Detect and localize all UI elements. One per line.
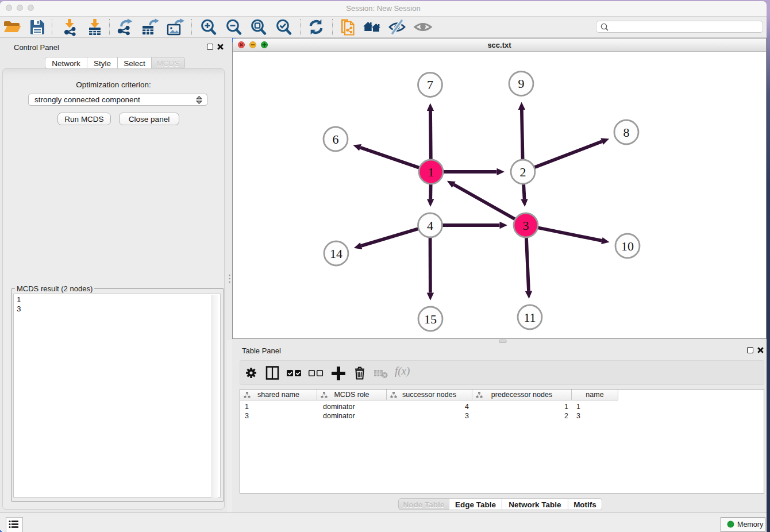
svg-text:6: 6 bbox=[333, 132, 339, 147]
svg-text:9: 9 bbox=[518, 76, 525, 91]
svg-text:14: 14 bbox=[330, 246, 342, 261]
svg-text:4: 4 bbox=[427, 218, 433, 233]
svg-text:2: 2 bbox=[520, 165, 526, 179]
svg-text:1: 1 bbox=[428, 165, 434, 179]
svg-text:11: 11 bbox=[523, 310, 536, 325]
svg-text:10: 10 bbox=[621, 239, 634, 253]
svg-text:15: 15 bbox=[424, 312, 437, 326]
svg-text:7: 7 bbox=[427, 78, 433, 92]
svg-text:3: 3 bbox=[523, 218, 529, 233]
svg-text:8: 8 bbox=[623, 125, 630, 140]
